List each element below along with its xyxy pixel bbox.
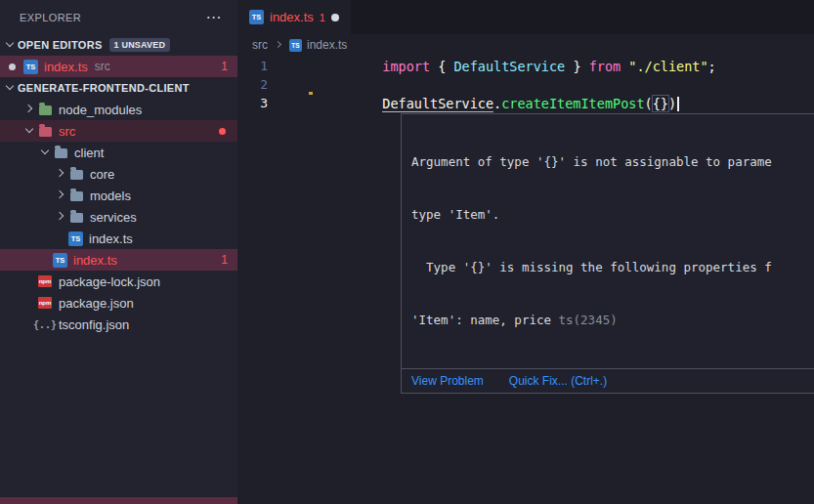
folder-icon xyxy=(39,105,52,115)
tree-item-node-modules[interactable]: node_modules xyxy=(0,99,237,120)
typescript-file-icon: TS xyxy=(289,39,302,52)
explorer-sidebar: EXPLORER ⋯ OPEN EDITORS 1 UNSAVED TS ind… xyxy=(0,0,237,504)
chevron-right-icon[interactable] xyxy=(53,209,68,225)
tree-item-index-ts-client[interactable]: TS index.ts xyxy=(0,228,237,249)
chevron-down-icon[interactable] xyxy=(2,80,18,96)
empty-object-argument: {} xyxy=(653,96,668,111)
line-number: 2 xyxy=(237,77,268,92)
error-message-line: Argument of type '{}' is not assignable … xyxy=(411,153,814,171)
chevron-down-icon[interactable] xyxy=(37,145,53,160)
breadcrumb-folder[interactable]: src xyxy=(252,38,268,52)
tree-item-core[interactable]: core xyxy=(0,163,237,185)
punctuation: } xyxy=(565,59,588,74)
imported-type: DefaultService xyxy=(453,59,565,74)
open-editors-header[interactable]: OPEN EDITORS 1 UNSAVED xyxy=(0,34,237,56)
folder-icon xyxy=(70,213,83,223)
tree-item-client[interactable]: client xyxy=(0,142,237,163)
line-number: 1 xyxy=(237,59,268,73)
open-editor-folder-detail: src xyxy=(95,60,110,73)
tree-item-tsconfig-json[interactable]: {..} tsconfig.json xyxy=(0,314,237,335)
quick-fix-link[interactable]: Quick Fix... (Ctrl+.) xyxy=(509,374,607,388)
keyword-from: from xyxy=(589,59,621,74)
error-dot-badge xyxy=(219,128,226,135)
typescript-file-icon: TS xyxy=(23,60,38,74)
keyword-import: import xyxy=(382,59,430,74)
error-code-reference: ts(2345) xyxy=(559,313,618,327)
punctuation: { xyxy=(430,59,453,74)
editor-area: TS index.ts 1 src TS index.ts 1 import {… xyxy=(237,0,814,504)
punctuation: ; xyxy=(708,59,716,74)
project-section-header[interactable]: GENERATE-FRONTEND-CLIENT xyxy=(0,77,237,99)
tree-item-services[interactable]: services xyxy=(0,206,237,228)
more-actions-icon[interactable]: ⋯ xyxy=(200,8,228,26)
tab-index-ts[interactable]: TS index.ts 1 xyxy=(237,0,351,34)
typescript-file-icon: TS xyxy=(249,10,264,24)
explorer-title: EXPLORER xyxy=(20,12,200,23)
tree-item-models[interactable]: models xyxy=(0,185,237,206)
punctuation: . xyxy=(493,96,501,111)
chevron-right-icon[interactable] xyxy=(53,166,68,182)
error-count-badge: 1 xyxy=(221,60,228,73)
dirty-dot-icon[interactable] xyxy=(9,63,16,70)
error-message-text: 'Item': name, price xyxy=(411,313,559,327)
error-message-line: type 'Item'. xyxy=(411,206,814,224)
code-line-1: 1 import { DefaultService } from "./clie… xyxy=(237,57,814,75)
folder-icon xyxy=(39,127,52,137)
folder-icon xyxy=(70,191,83,201)
collapsed-section-strip[interactable] xyxy=(0,497,237,504)
hover-actions: View Problem Quick Fix... (Ctrl+.) xyxy=(402,368,814,393)
typescript-file-icon: TS xyxy=(68,231,83,246)
tsconfig-braces-icon: {..} xyxy=(33,319,57,330)
chevron-right-icon[interactable] xyxy=(21,102,37,117)
code-line-3: 3 DefaultService.createItemItemPost({}) xyxy=(237,94,814,112)
view-problem-link[interactable]: View Problem xyxy=(411,374,484,388)
tree-item-package-lock-json[interactable]: npm package-lock.json xyxy=(0,271,237,292)
error-message: Argument of type '{}' is not assignable … xyxy=(402,114,814,368)
typescript-file-icon: TS xyxy=(53,253,67,268)
chevron-down-icon[interactable] xyxy=(2,37,18,53)
open-editor-item-index-ts[interactable]: TS index.ts src 1 xyxy=(0,56,237,77)
text-cursor xyxy=(677,97,679,111)
tab-label: index.ts xyxy=(270,10,314,24)
npm-icon: npm xyxy=(38,297,53,309)
npm-icon: npm xyxy=(38,275,53,287)
error-count-badge: 1 xyxy=(221,253,228,267)
tree-item-src[interactable]: src xyxy=(0,120,237,142)
tab-error-count: 1 xyxy=(320,12,325,23)
folder-icon xyxy=(70,170,83,180)
punctuation: ) xyxy=(668,96,676,111)
dirty-dot-icon[interactable] xyxy=(331,14,339,21)
chevron-down-icon[interactable] xyxy=(21,123,37,139)
open-editors-label: OPEN EDITORS xyxy=(18,39,103,51)
project-name-label: GENERATE-FRONTEND-CLIENT xyxy=(18,82,190,94)
error-message-line: 'Item': name, price ts(2345) xyxy=(411,312,814,329)
punctuation: ( xyxy=(645,96,653,111)
error-hover-widget: Argument of type '{}' is not assignable … xyxy=(401,113,814,394)
vscode-window: EXPLORER ⋯ OPEN EDITORS 1 UNSAVED TS ind… xyxy=(0,0,814,504)
line-number-active: 3 xyxy=(237,96,268,110)
tree-item-index-ts-src[interactable]: TS index.ts 1 xyxy=(0,249,237,271)
tab-bar: TS index.ts 1 xyxy=(237,0,814,34)
method-identifier: createItemItemPost xyxy=(501,96,644,111)
service-identifier: DefaultService xyxy=(382,96,493,112)
chevron-right-icon[interactable] xyxy=(53,188,68,203)
unsaved-badge: 1 UNSAVED xyxy=(109,38,171,52)
module-string: "./client" xyxy=(628,59,707,74)
folder-icon xyxy=(55,148,67,158)
tree-item-package-json[interactable]: npm package.json xyxy=(0,292,237,314)
chevron-right-icon xyxy=(273,39,284,51)
explorer-header: EXPLORER ⋯ xyxy=(0,0,237,34)
open-editor-filename: index.ts xyxy=(44,60,88,74)
error-message-line: Type '{}' is missing the following prope… xyxy=(411,259,814,276)
